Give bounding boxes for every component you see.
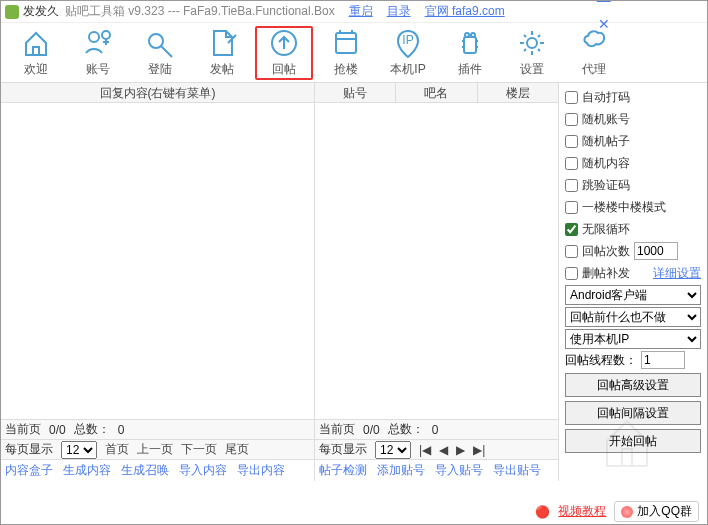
mid-total-value: 0: [432, 423, 439, 437]
svg-point-11: [465, 33, 469, 37]
toolbar-grab[interactable]: 抢楼: [317, 26, 375, 80]
toolbar-reply[interactable]: 回帖: [255, 26, 313, 80]
mid-action-0[interactable]: 帖子检测: [319, 462, 367, 479]
account-icon: [82, 27, 114, 59]
minimize-icon[interactable]: —: [597, 0, 611, 8]
left-prev-page[interactable]: 上一页: [137, 441, 173, 458]
svg-text:IP: IP: [402, 33, 413, 47]
svg-point-12: [471, 33, 475, 37]
left-last-page[interactable]: 尾页: [225, 441, 249, 458]
mid-perpage-select[interactable]: 12: [375, 441, 411, 459]
left-next-page[interactable]: 下一页: [181, 441, 217, 458]
toolbar-ip[interactable]: IP本机IP: [379, 26, 437, 80]
toolbar-post[interactable]: 发帖: [193, 26, 251, 80]
grab-icon: [330, 27, 362, 59]
detail-settings-link[interactable]: 详细设置: [653, 265, 701, 282]
welcome-icon: [20, 27, 52, 59]
svg-point-4: [149, 34, 163, 48]
toolbar-proxy[interactable]: 代理: [565, 26, 623, 80]
join-qq-button[interactable]: 加入QQ群: [614, 501, 699, 522]
cb-randpost[interactable]: 随机帖子: [565, 131, 701, 151]
app-logo-icon: [5, 5, 19, 19]
app-title: 发发久: [23, 3, 59, 20]
left-curpage-label: 当前页: [5, 421, 41, 438]
advanced-settings-button[interactable]: 回帖高级设置: [565, 373, 701, 397]
cb-floormode[interactable]: 一楼楼中楼模式: [565, 197, 701, 217]
reply-icon: [268, 27, 300, 59]
cb-randcontent[interactable]: 随机内容: [565, 153, 701, 173]
left-total-label: 总数：: [74, 421, 110, 438]
toolbar-plugin[interactable]: 插件: [441, 26, 499, 80]
settings-icon: [516, 27, 548, 59]
left-first-page[interactable]: 首页: [105, 441, 129, 458]
client-select[interactable]: Android客户端: [565, 285, 701, 305]
cb-loop[interactable]: 无限循环: [565, 219, 701, 239]
mid-action-1[interactable]: 添加贴号: [377, 462, 425, 479]
left-action-1[interactable]: 生成内容: [63, 462, 111, 479]
video-tutorial-link[interactable]: 视频教程: [558, 503, 606, 520]
left-perpage-select[interactable]: 12: [61, 441, 97, 459]
mid-first-page[interactable]: |◀: [419, 443, 431, 457]
reply-content-list[interactable]: [1, 103, 314, 419]
mid-action-3[interactable]: 导出贴号: [493, 462, 541, 479]
mid-curpage-value: 0/0: [363, 423, 380, 437]
mid-prev-page[interactable]: ◀: [439, 443, 448, 457]
mid-col-floor: 楼层: [478, 83, 558, 102]
cb-randacct[interactable]: 随机账号: [565, 109, 701, 129]
post-list[interactable]: [315, 103, 558, 419]
ip-icon: IP: [392, 27, 424, 59]
reply-count-input[interactable]: [634, 242, 678, 260]
cb-replycount[interactable]: 回帖次数: [565, 241, 630, 261]
mid-next-page[interactable]: ▶: [456, 443, 465, 457]
left-action-0[interactable]: 内容盒子: [5, 462, 53, 479]
mid-last-page[interactable]: ▶|: [473, 443, 485, 457]
left-col-header: 回复内容(右键有菜单): [1, 83, 314, 102]
threads-spinner[interactable]: [641, 351, 685, 369]
mid-total-label: 总数：: [388, 421, 424, 438]
interval-settings-button[interactable]: 回帖间隔设置: [565, 401, 701, 425]
left-action-4[interactable]: 导出内容: [237, 462, 285, 479]
left-curpage-value: 0/0: [49, 423, 66, 437]
cb-skipcode[interactable]: 跳验证码: [565, 175, 701, 195]
mid-col-bar: 吧名: [396, 83, 477, 102]
mid-perpage-label: 每页显示: [319, 441, 367, 458]
svg-point-0: [89, 32, 99, 42]
start-reply-button[interactable]: 开始回帖: [565, 429, 701, 453]
cb-delrepost[interactable]: 删帖补发: [565, 263, 630, 283]
left-perpage-label: 每页显示: [5, 441, 53, 458]
toolbar-account[interactable]: 账号: [69, 26, 127, 80]
qq-icon: [621, 506, 633, 518]
left-action-2[interactable]: 生成召唤: [121, 462, 169, 479]
svg-point-1: [102, 31, 110, 39]
mid-curpage-label: 当前页: [319, 421, 355, 438]
left-action-3[interactable]: 导入内容: [179, 462, 227, 479]
ip-select[interactable]: 使用本机IP: [565, 329, 701, 349]
svg-rect-10: [464, 37, 476, 53]
post-icon: [206, 27, 238, 59]
svg-rect-7: [336, 33, 356, 53]
login-icon: [144, 27, 176, 59]
cb-autocode[interactable]: 自动打码: [565, 87, 701, 107]
catalog-link[interactable]: 目录: [387, 3, 411, 20]
svg-line-5: [161, 46, 172, 57]
svg-point-17: [527, 38, 537, 48]
proxy-icon: [578, 27, 610, 59]
plugin-icon: [454, 27, 486, 59]
app-subtitle: 贴吧工具箱 v9.323 --- FaFa9.TieBa.Functional.…: [65, 3, 335, 20]
toolbar-welcome[interactable]: 欢迎: [7, 26, 65, 80]
threads-label: 回帖线程数：: [565, 352, 637, 369]
toolbar-settings[interactable]: 设置: [503, 26, 561, 80]
mid-action-2[interactable]: 导入贴号: [435, 462, 483, 479]
restart-link[interactable]: 重启: [349, 3, 373, 20]
mid-col-tid: 贴号: [315, 83, 396, 102]
toolbar-login[interactable]: 登陆: [131, 26, 189, 80]
official-site-link[interactable]: 官网 fafa9.com: [425, 3, 505, 20]
left-total-value: 0: [118, 423, 125, 437]
prereply-select[interactable]: 回帖前什么也不做: [565, 307, 701, 327]
video-tutorial-icon: 🔴: [535, 505, 550, 519]
